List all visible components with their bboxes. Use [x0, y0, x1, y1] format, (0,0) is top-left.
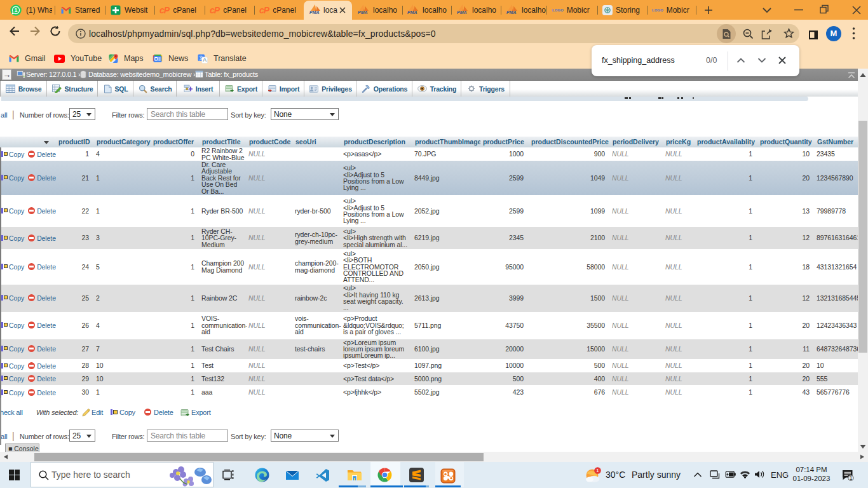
svg-text:A: A	[203, 57, 207, 63]
svg-text:1: 1	[14, 7, 17, 13]
svg-text:1: 1	[850, 475, 853, 481]
svg-text:1: 1	[596, 468, 599, 473]
